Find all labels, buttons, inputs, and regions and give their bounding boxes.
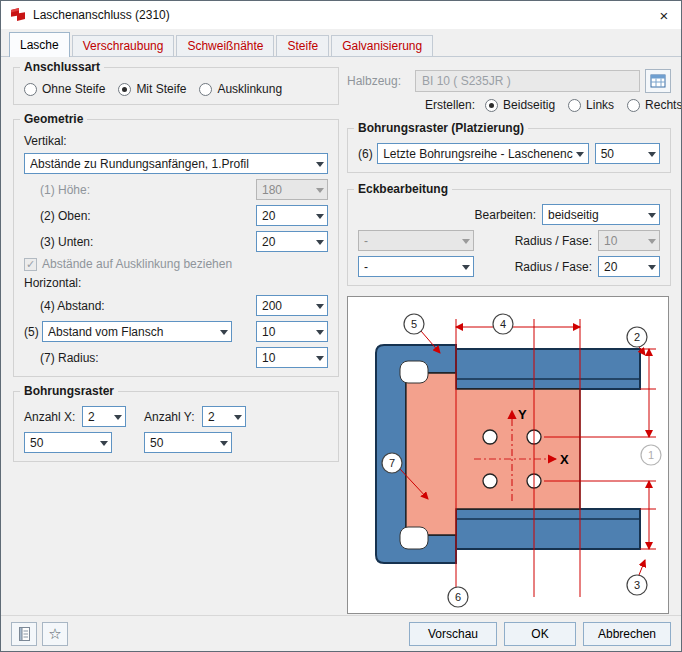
flansch-mode-combo[interactable]: Abstand vom Flansch	[42, 321, 232, 342]
radius-combo[interactable]: 10	[256, 347, 328, 368]
bearbeiten-label: Bearbeiten:	[475, 208, 536, 222]
anzahl-x-combo[interactable]: 2	[82, 406, 126, 427]
eck-mode-2-combo[interactable]: -	[358, 256, 474, 277]
svg-text:7: 7	[389, 457, 395, 469]
radio-mit-steife[interactable]: Mit Steife	[118, 82, 186, 96]
catalog-button[interactable]	[645, 69, 671, 93]
callout-3: 3	[627, 575, 647, 595]
radio-icon	[24, 83, 37, 96]
svg-text:6: 6	[455, 591, 461, 603]
chevron-down-icon	[644, 231, 659, 250]
abstand-x-combo[interactable]: 50	[24, 432, 112, 453]
radius-fase-2-label: Radius / Fase:	[515, 260, 592, 274]
abbrechen-button[interactable]: Abbrechen	[583, 622, 671, 646]
chevron-down-icon	[312, 348, 327, 367]
radio-icon	[199, 83, 212, 96]
tab-bar: Lasche Verschraubung Schweißnähte Steife…	[1, 29, 681, 57]
platzierung-value-combo[interactable]: 50	[595, 143, 660, 164]
chevron-down-icon	[644, 205, 659, 224]
radio-icon	[568, 99, 581, 112]
svg-text:2: 2	[634, 331, 640, 343]
radio-icon	[627, 99, 640, 112]
chevron-down-icon	[573, 144, 588, 163]
group-title: Anschlussart	[20, 60, 104, 74]
anzahl-x-label: Anzahl X:	[24, 410, 82, 424]
chevron-down-icon	[458, 257, 473, 276]
chevron-down-icon	[216, 322, 231, 341]
chevron-down-icon	[312, 154, 327, 173]
notes-icon	[17, 626, 32, 642]
halbzeug-label: Halbzeug:	[347, 74, 415, 88]
chevron-down-icon	[110, 407, 125, 426]
favorites-button[interactable]: ☆	[42, 622, 68, 646]
svg-text:3: 3	[634, 579, 640, 591]
radio-links[interactable]: Links	[568, 98, 614, 112]
chevron-down-icon	[216, 433, 231, 452]
oben-label: (2) Oben:	[40, 209, 91, 223]
svg-text:1: 1	[648, 449, 654, 461]
callout-1: 1	[641, 445, 661, 465]
vertikal-mode-combo[interactable]: Abstände zu Rundungsanfängen, 1.Profil	[24, 153, 328, 174]
platzierung-mode-combo[interactable]: Letzte Bohrungsreihe - Laschenenc	[377, 143, 588, 164]
bearbeiten-combo[interactable]: beidseitig	[542, 204, 660, 225]
radio-label: Mit Steife	[136, 82, 186, 96]
checkbox-label: Abstände auf Ausklinkung beziehen	[42, 257, 232, 271]
group-title: Geometrie	[20, 112, 87, 126]
abstand-y-combo[interactable]: 50	[144, 432, 232, 453]
radio-ausklinkung[interactable]: Ausklinkung	[199, 82, 282, 96]
y-axis-label: Y	[518, 407, 527, 422]
unten-combo[interactable]: 20	[256, 231, 328, 252]
radio-label: Ausklinkung	[217, 82, 282, 96]
radio-label: Ohne Steife	[42, 82, 105, 96]
callout-6: 6	[448, 587, 468, 607]
ausklinkung-checkbox: ✓ Abstände auf Ausklinkung beziehen	[24, 257, 232, 271]
chevron-down-icon	[312, 322, 327, 341]
hoehe-label: (1) Höhe:	[40, 183, 90, 197]
footer-bar: ☆ Vorschau OK Abbrechen	[1, 615, 681, 651]
tab-schweissnaehte[interactable]: Schweißnähte	[176, 35, 274, 56]
anzahl-y-combo[interactable]: 2	[202, 406, 246, 427]
radio-ohne-steife[interactable]: Ohne Steife	[24, 82, 105, 96]
chevron-down-icon	[230, 407, 245, 426]
erstellen-label: Erstellen:	[425, 98, 475, 112]
flansch-value-combo[interactable]: 10	[256, 321, 328, 342]
radio-label: Links	[586, 98, 614, 112]
halbzeug-field: BI 10 ( S235JR )	[415, 70, 640, 92]
ok-button[interactable]: OK	[504, 622, 576, 646]
callout-2: 2	[627, 327, 647, 347]
radio-rechts[interactable]: Rechts	[627, 98, 682, 112]
left-panel: Anschlussart Ohne Steife Mit Steife Ausk…	[13, 67, 339, 476]
vertikal-label: Vertikal:	[24, 134, 67, 148]
abstand-label: (4) Abstand:	[40, 299, 105, 313]
abstand-combo[interactable]: 200	[256, 295, 328, 316]
notes-button[interactable]	[11, 622, 37, 646]
tab-steife[interactable]: Steife	[276, 35, 329, 56]
radius-fase-1-label: Radius / Fase:	[515, 234, 592, 248]
radio-beidseitig[interactable]: Beidseitig	[485, 98, 555, 112]
group-title: Eckbearbeitung	[354, 182, 452, 196]
anzahl-y-label: Anzahl Y:	[144, 410, 202, 424]
group-eckbearbeitung: Eckbearbeitung Bearbeiten: beidseitig - …	[347, 189, 671, 286]
vorschau-button[interactable]: Vorschau	[409, 622, 497, 646]
hoehe-combo: 180	[256, 179, 328, 200]
callout-7: 7	[382, 453, 402, 473]
svg-text:4: 4	[500, 318, 506, 330]
group-title: Bohrungsraster	[20, 384, 118, 398]
eck-mode-1-combo: -	[358, 230, 474, 251]
unten-label: (3) Unten:	[40, 235, 93, 249]
chevron-down-icon	[644, 257, 659, 276]
chevron-down-icon	[96, 433, 111, 452]
checkbox-check-icon: ✓	[24, 258, 37, 271]
radio-label: Beidseitig	[503, 98, 555, 112]
close-icon[interactable]: ×	[647, 1, 681, 29]
radius-fase-2-combo[interactable]: 20	[598, 256, 660, 277]
radius-fase-1-combo: 10	[598, 230, 660, 251]
dialog-laschenanschluss: Laschenanschluss (2310) × Lasche Verschr…	[0, 0, 682, 652]
tab-lasche[interactable]: Lasche	[9, 32, 70, 57]
tab-verschraubung[interactable]: Verschraubung	[72, 35, 175, 56]
radio-icon	[118, 83, 131, 96]
x-axis-label: X	[560, 452, 569, 467]
group-title: Bohrungsraster (Platzierung)	[354, 121, 528, 135]
oben-combo[interactable]: 20	[256, 205, 328, 226]
tab-galvanisierung[interactable]: Galvanisierung	[331, 35, 433, 56]
